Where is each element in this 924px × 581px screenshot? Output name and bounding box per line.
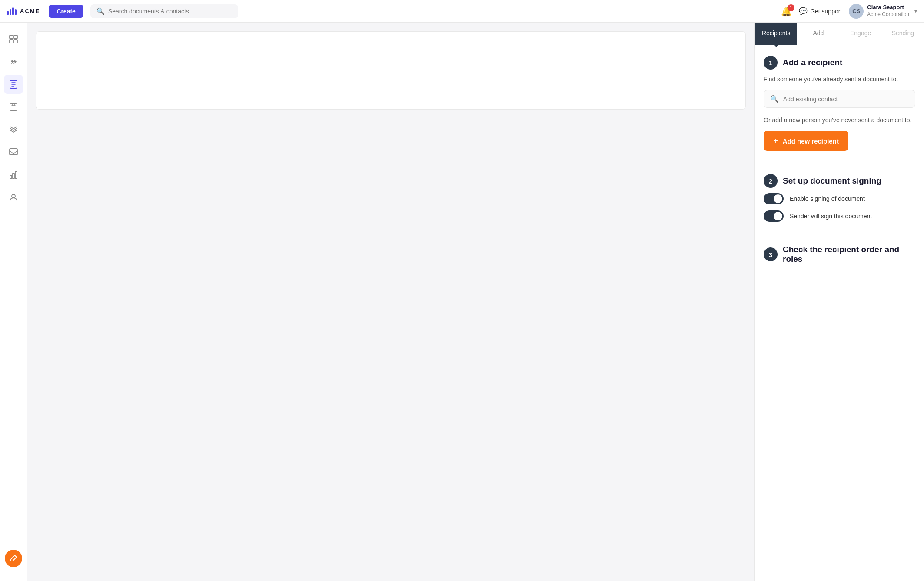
sidebar-bottom [5,550,22,574]
svg-rect-1 [14,35,17,39]
tab-recipients[interactable]: Recipients [755,23,797,45]
user-menu[interactable]: CS Clara Seaport Acme Corporation ▾ [849,4,917,19]
global-search[interactable]: 🔍 [90,4,238,18]
avatar: CS [849,4,864,19]
support-icon: 💬 [799,7,808,15]
add-recipient-label: Add new recipient [783,137,839,145]
sidebar-item-dashboard[interactable] [4,30,23,49]
step3-section: 3 Check the recipient order and roles [764,245,915,264]
sidebar-item-docs[interactable] [4,75,23,94]
fab-edit-button[interactable] [5,550,22,567]
notifications-bell[interactable]: 🔔 1 [781,6,792,17]
sender-sign-toggle[interactable] [764,210,784,222]
wizard-tabs: Recipients Add Engage Sending [755,23,924,45]
step3-header: 3 Check the recipient order and roles [764,245,915,264]
add-new-recipient-button[interactable]: + Add new recipient [764,131,848,151]
or-text: Or add a new person you've never sent a … [764,116,915,125]
chevron-down-icon: ▾ [914,8,917,14]
search-icon: 🔍 [96,7,105,15]
toggle1-label: Enable signing of document [790,195,865,202]
tab-add[interactable]: Add [797,23,839,45]
search-input[interactable] [108,8,232,15]
step1-subtitle: Find someone you've already sent a docum… [764,75,915,84]
svg-rect-3 [14,40,17,43]
tab-sending[interactable]: Sending [882,23,924,45]
svg-rect-14 [13,173,14,179]
main-content [27,23,754,581]
svg-rect-0 [10,35,13,39]
create-button[interactable]: Create [49,5,83,18]
step3-title: Check the recipient order and roles [783,245,915,264]
user-info: Clara Seaport Acme Corporation [867,4,909,18]
contact-search-box[interactable]: 🔍 [764,90,915,108]
toggle2-label: Sender will sign this document [790,213,872,220]
step2-header: 2 Set up document signing [764,174,915,188]
contact-search-input[interactable] [783,96,909,103]
step2-section: 2 Set up document signing Enable signing… [764,174,915,222]
step2-title: Set up document signing [783,176,881,186]
logo-text: ACME [20,8,40,14]
step2-badge: 2 [764,174,778,188]
user-company: Acme Corporation [867,11,909,18]
enable-signing-toggle[interactable] [764,193,784,204]
logo-icon [7,7,17,15]
plus-icon: + [773,137,778,145]
nav-right: 🔔 1 💬 Get support CS Clara Seaport Acme … [781,4,917,19]
sidebar-item-arrows[interactable] [4,52,23,71]
sidebar-item-box[interactable] [4,97,23,117]
toggle-row-2: Sender will sign this document [764,210,915,222]
support-button[interactable]: 💬 Get support [799,7,842,15]
sidebar-item-chart[interactable] [4,165,23,184]
step3-badge: 3 [764,247,778,261]
step1-badge: 1 [764,56,778,70]
logo-area: ACME [7,7,40,15]
contact-search-icon: 🔍 [770,95,779,103]
sidebar-item-layers[interactable] [4,120,23,139]
app-body: Recipients Add Engage Sending 1 Add a re… [0,23,924,581]
tab-engage[interactable]: Engage [840,23,882,45]
svg-rect-8 [10,104,17,110]
divider-1 [764,165,915,165]
panel-body: 1 Add a recipient Find someone you've al… [755,45,924,581]
user-name: Clara Seaport [867,4,909,11]
topnav: ACME Create 🔍 🔔 1 💬 Get support CS Clara… [0,0,924,23]
svg-point-16 [12,194,15,198]
step1-header: 1 Add a recipient [764,56,915,70]
step1-title: Add a recipient [783,58,842,67]
divider-2 [764,236,915,236]
sidebar [0,23,27,581]
right-panel: Recipients Add Engage Sending 1 Add a re… [754,23,924,581]
toggle-row-1: Enable signing of document [764,193,915,204]
sidebar-item-contacts[interactable] [4,188,23,207]
notification-badge: 1 [788,4,794,11]
sidebar-item-inbox[interactable] [4,143,23,162]
svg-rect-13 [10,175,12,179]
step1-section: 1 Add a recipient Find someone you've al… [764,56,915,151]
document-preview [36,31,746,110]
svg-rect-2 [10,40,13,43]
svg-rect-15 [15,171,17,179]
